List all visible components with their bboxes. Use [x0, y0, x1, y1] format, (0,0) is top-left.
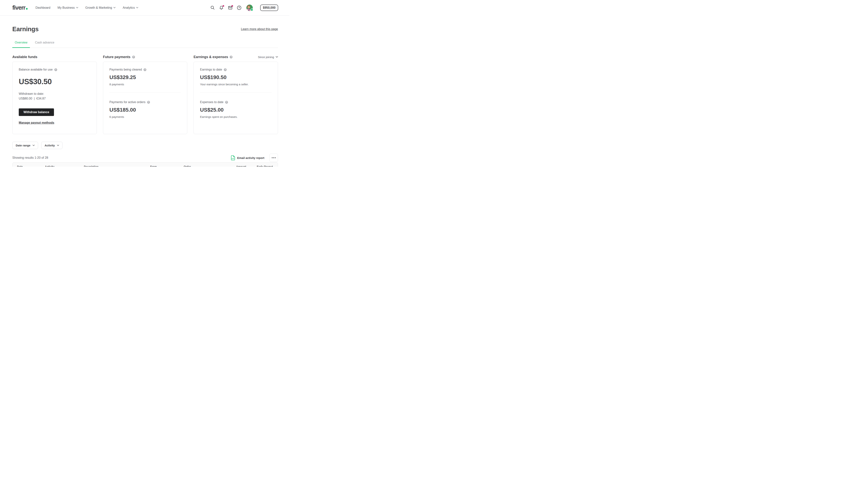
svg-text:CSV: CSV: [231, 158, 234, 159]
main-content: Earnings Learn more about this page Over…: [0, 25, 289, 167]
online-status-dot: [251, 9, 253, 11]
earnings-expenses-card: Earnings to date US$190.50 Your earnings…: [193, 62, 278, 134]
withdrawn-label: Withdrawn to date:: [19, 91, 90, 96]
ellipsis-icon: [275, 157, 276, 158]
withdrawn-block: Withdrawn to date: US$80.00 | €34.87: [19, 91, 90, 101]
ellipsis-icon: [273, 157, 274, 158]
email-activity-report-label: Email activity report: [237, 156, 264, 159]
nav-item-label: Analytics: [123, 6, 135, 10]
balance-amount: US$30.50: [19, 77, 90, 86]
chevron-down-icon: [76, 7, 78, 8]
chevron-down-icon: [136, 7, 138, 8]
nav-item-label: Dashboard: [36, 6, 51, 10]
table-header-row: Date Activity Description From Order Amo…: [17, 165, 273, 167]
fiverr-logo[interactable]: fiverr: [12, 5, 27, 11]
showing-results-text: Showing results 1-20 of 28: [12, 156, 48, 159]
nav-item-label: My Business: [58, 6, 75, 10]
expenses-label-row: Expenses to date: [200, 101, 271, 104]
tab-overview[interactable]: Overview: [12, 40, 30, 48]
page-title: Earnings: [12, 25, 38, 33]
tab-cash-advance[interactable]: Cash advance: [33, 40, 57, 48]
top-navigation: fiverr Dashboard My Business Growth & Ma…: [0, 0, 289, 15]
withdrawn-amounts: US$80.00 | €34.87: [19, 96, 90, 101]
help-icon: [237, 6, 241, 10]
question-icon[interactable]: [225, 101, 228, 104]
nav-item-dashboard[interactable]: Dashboard: [36, 6, 51, 10]
primary-nav: Dashboard My Business Growth & Marketing…: [36, 6, 138, 10]
column-header-amount: Amount: [236, 165, 257, 167]
earnings-page: fiverr Dashboard My Business Growth & Ma…: [0, 0, 289, 167]
expenses-label: Expenses to date: [200, 101, 223, 104]
column-header-order: Order: [184, 165, 236, 167]
chevron-down-icon: [33, 145, 35, 146]
manage-payout-link[interactable]: Manage payout methods: [19, 121, 54, 124]
active-label: Payments for active orders: [110, 101, 145, 104]
help-button[interactable]: [237, 5, 242, 10]
notification-dot: [222, 5, 224, 7]
future-payments-card: Payments being cleared US$329.25 8 payme…: [103, 62, 188, 134]
question-icon[interactable]: [54, 68, 57, 71]
user-avatar[interactable]: [246, 4, 253, 11]
available-funds-card: Balance available for use US$30.50 Withd…: [12, 62, 97, 134]
title-row: Earnings Learn more about this page: [12, 25, 278, 33]
column-header-date: Date: [17, 165, 45, 167]
cleared-label-row: Payments being cleared: [110, 68, 181, 71]
notifications-button[interactable]: [219, 5, 224, 10]
section-title: Earnings & expenses: [193, 55, 228, 59]
activity-filters: Date range Activity: [12, 142, 278, 149]
balance-button[interactable]: $950,000: [260, 4, 278, 11]
active-count: 6 payments: [110, 115, 181, 118]
question-icon[interactable]: [230, 56, 233, 58]
future-payments-header: Future payments: [103, 55, 188, 59]
summary-sections: Available funds Balance available for us…: [12, 55, 278, 134]
section-title: Future payments: [103, 55, 131, 59]
search-icon: [210, 5, 215, 10]
csv-file-icon: CSV: [231, 155, 235, 160]
section-title: Available funds: [12, 55, 37, 59]
period-filter-dropdown[interactable]: Since joining: [258, 55, 278, 59]
question-icon[interactable]: [147, 101, 150, 104]
available-funds-header: Available funds: [12, 55, 97, 59]
column-header-early-payout: Early Payout: [257, 165, 275, 167]
chevron-down-icon: [57, 145, 59, 146]
more-options-button[interactable]: [269, 154, 278, 162]
cleared-amount: US$329.25: [110, 74, 181, 80]
nav-utilities: $950,000: [210, 4, 278, 11]
expenses-description: Earnings spent on purchases.: [200, 115, 271, 118]
results-row: Showing results 1-20 of 28 CSV Email act…: [12, 154, 278, 162]
balance-label: Balance available for use: [19, 68, 53, 71]
messages-button[interactable]: [228, 5, 233, 10]
nav-item-growth-marketing[interactable]: Growth & Marketing: [86, 6, 115, 10]
question-icon[interactable]: [224, 68, 227, 71]
email-activity-report-button[interactable]: CSV Email activity report: [231, 155, 264, 160]
cleared-label: Payments being cleared: [110, 68, 142, 71]
available-funds-section: Available funds Balance available for us…: [12, 55, 97, 134]
nav-item-label: Growth & Marketing: [86, 6, 112, 10]
column-header-from: From: [150, 165, 184, 167]
ellipsis-icon: [272, 157, 273, 158]
cleared-count: 8 payments: [110, 83, 181, 86]
future-payments-section: Future payments Payments being cleared U…: [103, 55, 188, 134]
earnings-expenses-header: Earnings & expenses Since joining: [193, 55, 278, 59]
earnings-label-row: Earnings to date: [200, 68, 271, 71]
date-range-filter-label: Date range: [16, 144, 31, 147]
date-range-filter-button[interactable]: Date range: [12, 142, 38, 149]
earnings-description: Your earnings since becoming a seller.: [200, 83, 271, 86]
activity-table: Date Activity Description From Order Amo…: [12, 162, 278, 167]
nav-item-analytics[interactable]: Analytics: [123, 6, 138, 10]
nav-item-my-business[interactable]: My Business: [58, 6, 78, 10]
activity-filter-label: Activity: [45, 144, 55, 147]
chevron-down-icon: [276, 56, 278, 58]
learn-more-link[interactable]: Learn more about this page: [241, 27, 278, 31]
earnings-expenses-section: Earnings & expenses Since joining Earnin…: [193, 55, 278, 134]
withdraw-balance-button[interactable]: Withdraw balance: [19, 109, 54, 116]
active-amount: US$185.00: [110, 107, 181, 113]
question-icon[interactable]: [132, 56, 135, 58]
fiverr-logo-dot: [26, 8, 27, 10]
question-icon[interactable]: [144, 68, 146, 71]
earnings-label: Earnings to date: [200, 68, 222, 71]
column-header-description: Description: [84, 165, 150, 167]
activity-filter-button[interactable]: Activity: [41, 142, 63, 149]
search-button[interactable]: [210, 5, 215, 10]
period-filter-label: Since joining: [258, 55, 274, 59]
